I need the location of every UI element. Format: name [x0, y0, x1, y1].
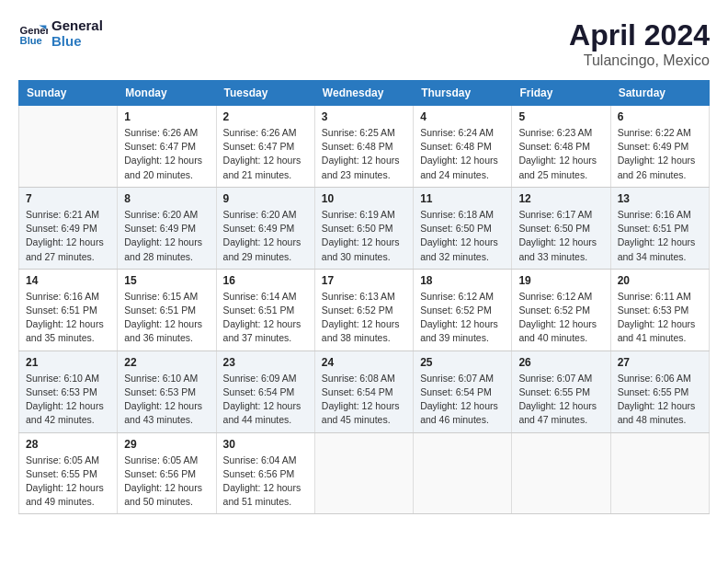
day-info: Sunrise: 6:07 AMSunset: 6:54 PMDaylight:… — [420, 372, 505, 428]
day-number: 2 — [223, 110, 308, 123]
day-number: 22 — [124, 356, 209, 369]
calendar-cell — [512, 432, 610, 514]
calendar-cell: 22Sunrise: 6:10 AMSunset: 6:53 PMDayligh… — [118, 350, 216, 432]
logo: General Blue General Blue — [18, 18, 103, 49]
day-info: Sunrise: 6:14 AMSunset: 6:51 PMDaylight:… — [223, 290, 308, 346]
logo-icon: General Blue — [18, 19, 48, 49]
day-number: 30 — [223, 438, 308, 451]
calendar-cell: 13Sunrise: 6:16 AMSunset: 6:51 PMDayligh… — [610, 187, 709, 269]
day-info: Sunrise: 6:04 AMSunset: 6:56 PMDaylight:… — [223, 454, 308, 510]
col-header-saturday: Saturday — [610, 81, 709, 106]
calendar-cell: 4Sunrise: 6:24 AMSunset: 6:48 PMDaylight… — [414, 106, 512, 188]
header-row: SundayMondayTuesdayWednesdayThursdayFrid… — [19, 81, 710, 106]
calendar-row-5: 28Sunrise: 6:05 AMSunset: 6:55 PMDayligh… — [19, 432, 710, 514]
calendar-cell: 18Sunrise: 6:12 AMSunset: 6:52 PMDayligh… — [414, 269, 512, 350]
day-number: 1 — [124, 110, 209, 123]
day-number: 6 — [618, 110, 702, 123]
logo-blue: Blue — [51, 34, 103, 50]
day-info: Sunrise: 6:12 AMSunset: 6:52 PMDaylight:… — [420, 290, 505, 346]
calendar-cell — [610, 432, 709, 514]
day-number: 28 — [26, 438, 110, 451]
day-number: 25 — [420, 356, 505, 369]
day-number: 17 — [322, 274, 406, 287]
day-info: Sunrise: 6:25 AMSunset: 6:48 PMDaylight:… — [322, 126, 406, 182]
title-area: April 2024 Tulancingo, Mexico — [569, 18, 710, 69]
day-number: 24 — [322, 356, 406, 369]
day-number: 23 — [223, 356, 308, 369]
day-info: Sunrise: 6:20 AMSunset: 6:49 PMDaylight:… — [223, 208, 308, 264]
day-number: 8 — [124, 192, 209, 205]
calendar-row-3: 14Sunrise: 6:16 AMSunset: 6:51 PMDayligh… — [19, 269, 710, 350]
calendar-cell: 7Sunrise: 6:21 AMSunset: 6:49 PMDaylight… — [19, 187, 118, 269]
col-header-thursday: Thursday — [414, 81, 512, 106]
day-info: Sunrise: 6:17 AMSunset: 6:50 PMDaylight:… — [518, 208, 603, 264]
calendar-cell: 15Sunrise: 6:15 AMSunset: 6:51 PMDayligh… — [118, 269, 216, 350]
day-number: 7 — [26, 192, 110, 205]
day-number: 10 — [322, 192, 406, 205]
day-info: Sunrise: 6:05 AMSunset: 6:55 PMDaylight:… — [26, 454, 110, 510]
day-number: 11 — [420, 192, 505, 205]
calendar-row-2: 7Sunrise: 6:21 AMSunset: 6:49 PMDaylight… — [19, 187, 710, 269]
calendar-cell: 28Sunrise: 6:05 AMSunset: 6:55 PMDayligh… — [19, 432, 118, 514]
day-info: Sunrise: 6:07 AMSunset: 6:55 PMDaylight:… — [518, 372, 603, 428]
calendar-cell: 5Sunrise: 6:23 AMSunset: 6:48 PMDaylight… — [512, 106, 610, 188]
calendar-cell: 1Sunrise: 6:26 AMSunset: 6:47 PMDaylight… — [118, 106, 216, 188]
calendar-cell: 11Sunrise: 6:18 AMSunset: 6:50 PMDayligh… — [414, 187, 512, 269]
calendar-cell — [414, 432, 512, 514]
calendar-cell — [19, 106, 118, 188]
header: General Blue General Blue April 2024 Tul… — [18, 18, 710, 69]
day-info: Sunrise: 6:20 AMSunset: 6:49 PMDaylight:… — [124, 208, 209, 264]
day-info: Sunrise: 6:10 AMSunset: 6:53 PMDaylight:… — [26, 372, 110, 428]
day-info: Sunrise: 6:21 AMSunset: 6:49 PMDaylight:… — [26, 208, 110, 264]
calendar-row-4: 21Sunrise: 6:10 AMSunset: 6:53 PMDayligh… — [19, 350, 710, 432]
day-number: 3 — [322, 110, 406, 123]
calendar-cell: 3Sunrise: 6:25 AMSunset: 6:48 PMDaylight… — [314, 106, 413, 188]
col-header-tuesday: Tuesday — [216, 81, 314, 106]
calendar-cell: 6Sunrise: 6:22 AMSunset: 6:49 PMDaylight… — [610, 106, 709, 188]
day-number: 27 — [618, 356, 702, 369]
day-number: 4 — [420, 110, 505, 123]
calendar-table: SundayMondayTuesdayWednesdayThursdayFrid… — [18, 80, 710, 514]
calendar-cell: 23Sunrise: 6:09 AMSunset: 6:54 PMDayligh… — [216, 350, 314, 432]
calendar-cell: 17Sunrise: 6:13 AMSunset: 6:52 PMDayligh… — [314, 269, 413, 350]
month-title: April 2024 — [569, 18, 710, 52]
day-info: Sunrise: 6:11 AMSunset: 6:53 PMDaylight:… — [618, 290, 702, 346]
day-info: Sunrise: 6:08 AMSunset: 6:54 PMDaylight:… — [322, 372, 406, 428]
calendar-cell: 26Sunrise: 6:07 AMSunset: 6:55 PMDayligh… — [512, 350, 610, 432]
calendar-cell — [314, 432, 413, 514]
calendar-cell: 14Sunrise: 6:16 AMSunset: 6:51 PMDayligh… — [19, 269, 118, 350]
calendar-cell: 19Sunrise: 6:12 AMSunset: 6:52 PMDayligh… — [512, 269, 610, 350]
calendar-cell: 25Sunrise: 6:07 AMSunset: 6:54 PMDayligh… — [414, 350, 512, 432]
day-info: Sunrise: 6:16 AMSunset: 6:51 PMDaylight:… — [618, 208, 702, 264]
day-info: Sunrise: 6:16 AMSunset: 6:51 PMDaylight:… — [26, 290, 110, 346]
day-info: Sunrise: 6:23 AMSunset: 6:48 PMDaylight:… — [518, 126, 603, 182]
location-title: Tulancingo, Mexico — [569, 52, 710, 69]
day-info: Sunrise: 6:22 AMSunset: 6:49 PMDaylight:… — [618, 126, 702, 182]
calendar-cell: 16Sunrise: 6:14 AMSunset: 6:51 PMDayligh… — [216, 269, 314, 350]
day-info: Sunrise: 6:06 AMSunset: 6:55 PMDaylight:… — [618, 372, 702, 428]
calendar-cell: 2Sunrise: 6:26 AMSunset: 6:47 PMDaylight… — [216, 106, 314, 188]
calendar-cell: 20Sunrise: 6:11 AMSunset: 6:53 PMDayligh… — [610, 269, 709, 350]
day-number: 15 — [124, 274, 209, 287]
day-number: 12 — [518, 192, 603, 205]
calendar-cell: 10Sunrise: 6:19 AMSunset: 6:50 PMDayligh… — [314, 187, 413, 269]
calendar-cell: 24Sunrise: 6:08 AMSunset: 6:54 PMDayligh… — [314, 350, 413, 432]
col-header-friday: Friday — [512, 81, 610, 106]
day-number: 26 — [518, 356, 603, 369]
day-number: 5 — [518, 110, 603, 123]
day-number: 13 — [618, 192, 702, 205]
day-info: Sunrise: 6:13 AMSunset: 6:52 PMDaylight:… — [322, 290, 406, 346]
day-number: 9 — [223, 192, 308, 205]
calendar-cell: 12Sunrise: 6:17 AMSunset: 6:50 PMDayligh… — [512, 187, 610, 269]
calendar-cell: 29Sunrise: 6:05 AMSunset: 6:56 PMDayligh… — [118, 432, 216, 514]
col-header-monday: Monday — [118, 81, 216, 106]
day-info: Sunrise: 6:12 AMSunset: 6:52 PMDaylight:… — [518, 290, 603, 346]
col-header-sunday: Sunday — [19, 81, 118, 106]
day-number: 29 — [124, 438, 209, 451]
day-number: 14 — [26, 274, 110, 287]
day-info: Sunrise: 6:10 AMSunset: 6:53 PMDaylight:… — [124, 372, 209, 428]
day-info: Sunrise: 6:15 AMSunset: 6:51 PMDaylight:… — [124, 290, 209, 346]
calendar-cell: 30Sunrise: 6:04 AMSunset: 6:56 PMDayligh… — [216, 432, 314, 514]
day-info: Sunrise: 6:09 AMSunset: 6:54 PMDaylight:… — [223, 372, 308, 428]
day-info: Sunrise: 6:18 AMSunset: 6:50 PMDaylight:… — [420, 208, 505, 264]
